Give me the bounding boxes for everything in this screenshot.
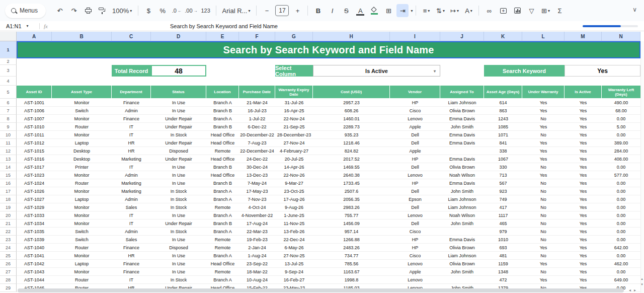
cell[interactable]: Yes <box>565 260 602 267</box>
row-header-6[interactable]: 6 <box>0 99 17 107</box>
cell[interactable]: Head Office <box>206 171 239 179</box>
cell[interactable]: Liam Johnson <box>440 252 484 259</box>
cell[interactable]: 923 <box>484 187 522 195</box>
cell[interactable]: 7-Nov-23 <box>239 195 275 203</box>
cell[interactable]: John Smith <box>440 219 484 227</box>
cell[interactable]: 1733.45 <box>313 179 390 187</box>
cell[interactable]: Emma Davis <box>440 115 484 122</box>
bold-button[interactable]: B <box>312 4 324 17</box>
cell[interactable]: Remote <box>206 203 239 211</box>
table-header-cell[interactable]: Warranty Left (Days) <box>602 86 640 99</box>
cell[interactable]: Head Office <box>206 139 239 146</box>
cell[interactable]: Monitor <box>52 187 112 195</box>
cell[interactable]: 1243 <box>484 115 522 122</box>
cell[interactable]: Marketing <box>112 187 151 195</box>
cell[interactable]: 824.82 <box>313 147 390 155</box>
cell[interactable]: 0.00 <box>602 195 640 203</box>
cell[interactable]: No <box>522 115 565 122</box>
zoom-select[interactable]: 100% ▾ <box>110 4 134 17</box>
cell[interactable]: 749 <box>484 195 522 203</box>
cell[interactable]: Router <box>52 244 112 251</box>
column-header-H[interactable]: H <box>313 32 390 41</box>
borders-button[interactable]: ⊞ <box>382 4 394 17</box>
cell[interactable]: Monitor <box>52 268 112 275</box>
strikethrough-button[interactable]: S <box>340 4 352 17</box>
cell[interactable]: AST-1017 <box>17 163 52 171</box>
increase-font-size-button[interactable]: + <box>291 4 303 17</box>
table-header-cell[interactable]: Cost (USD) <box>313 86 390 99</box>
cell[interactable]: 17-Aug-24 <box>239 219 275 227</box>
cell[interactable]: AST-1034 <box>17 219 52 227</box>
cell[interactable]: 1348 <box>484 268 522 275</box>
cell[interactable]: 22-December-24 <box>239 147 275 155</box>
cell[interactable]: Dell <box>390 131 440 138</box>
table-header-cell[interactable]: Purchase Date <box>239 86 275 99</box>
total-record-value[interactable]: 48 <box>151 65 206 77</box>
cell[interactable]: Apple <box>390 123 440 130</box>
cell[interactable]: Yes <box>522 147 565 155</box>
cell[interactable]: In Use <box>151 252 206 259</box>
cell[interactable]: AST-1026 <box>17 187 52 195</box>
cell[interactable]: 6-May-26 <box>275 244 313 251</box>
cell[interactable]: 649.00 <box>602 276 640 283</box>
cell[interactable]: Yes <box>565 163 602 171</box>
cell[interactable]: 2507.6 <box>313 187 390 195</box>
cell[interactable]: In Stock <box>151 228 206 235</box>
cell[interactable]: In Stock <box>151 203 206 211</box>
cell[interactable]: Remote <box>206 268 239 275</box>
cell[interactable]: 0.00 <box>602 131 640 138</box>
row-header-8[interactable]: 8 <box>0 115 17 123</box>
functions-button[interactable]: Σ <box>553 4 566 17</box>
cell[interactable]: 9-Aug-26 <box>275 203 313 211</box>
cell[interactable]: Yes <box>565 147 602 155</box>
column-header-A[interactable]: A <box>17 32 52 41</box>
table-header-cell[interactable]: Vendor <box>390 86 440 99</box>
cell[interactable]: 17-Aug-26 <box>275 195 313 203</box>
cell[interactable]: 2056.35 <box>313 195 390 203</box>
cell[interactable]: Admin <box>112 195 151 203</box>
cell[interactable]: Branch A <box>206 187 239 195</box>
cell[interactable]: No <box>522 268 565 275</box>
font-select[interactable]: Arial R... ▾ <box>220 4 253 17</box>
cell[interactable]: Yes <box>565 228 602 235</box>
cell[interactable]: 4-November-22 <box>239 211 275 219</box>
text-rotation-button[interactable]: A▾ <box>462 4 474 17</box>
table-header-cell[interactable]: Is Active <box>565 86 602 99</box>
cell[interactable]: Remote <box>206 147 239 155</box>
row-header-27[interactable]: 27 <box>0 268 17 276</box>
cell[interactable]: Monitor <box>52 171 112 179</box>
chevron-down-icon[interactable]: ▾ <box>411 9 413 13</box>
row-header-14[interactable]: 14 <box>0 163 17 171</box>
cell[interactable]: IT <box>112 276 151 283</box>
cell[interactable]: 22-Dec-24 <box>275 236 313 243</box>
cell[interactable]: Router <box>52 123 112 130</box>
cell[interactable]: Under Repair <box>151 139 206 146</box>
cell[interactable]: Branch A <box>206 195 239 203</box>
row-header-26[interactable]: 26 <box>0 260 17 268</box>
redo-button[interactable]: ↷ <box>68 4 80 17</box>
cell[interactable]: 1-Jul-22 <box>239 115 275 122</box>
cell[interactable]: Yes <box>522 107 565 114</box>
cell[interactable]: Dell <box>390 163 440 171</box>
row-header-28[interactable]: 28 <box>0 276 17 284</box>
cell[interactable]: 0.00 <box>602 236 640 243</box>
cell[interactable]: In Use <box>151 163 206 171</box>
cell[interactable]: Yes <box>565 179 602 187</box>
cell[interactable]: In Stock <box>151 276 206 283</box>
row-header-21[interactable]: 21 <box>0 219 17 228</box>
cell[interactable]: Lenovo <box>390 171 440 179</box>
cell[interactable]: 6-Dec-22 <box>239 123 275 130</box>
cell[interactable]: 10-Aug-24 <box>239 276 275 283</box>
text-wrap-button[interactable]: ↦▾ <box>448 4 460 17</box>
cell[interactable]: 0.00 <box>602 219 640 227</box>
cell[interactable]: Marketing <box>112 155 151 163</box>
cell[interactable]: IT <box>112 211 151 219</box>
table-header-cell[interactable]: Asset ID <box>17 86 52 99</box>
cell[interactable]: Apple <box>390 147 440 155</box>
cell[interactable]: 608.26 <box>313 107 390 114</box>
cell[interactable]: Yes <box>565 99 602 106</box>
cell[interactable]: Under Repair <box>151 155 206 163</box>
cell[interactable]: Yes <box>565 244 602 251</box>
search-keyword-value[interactable]: Yes <box>565 65 640 77</box>
cell[interactable]: Yes <box>565 139 602 146</box>
